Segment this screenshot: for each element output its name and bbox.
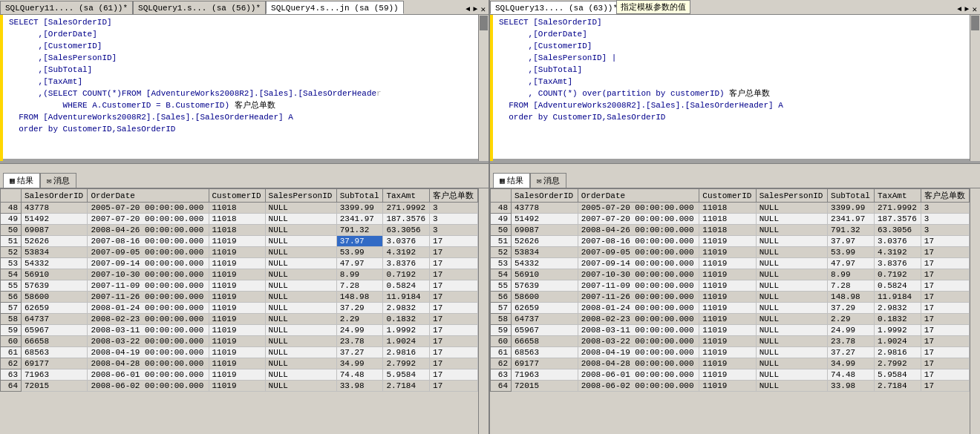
table-cell[interactable]: 2007-11-09 00:00:00.000 bbox=[88, 280, 209, 292]
table-cell[interactable]: NULL bbox=[265, 303, 336, 314]
table-cell[interactable]: 64 bbox=[491, 381, 512, 392]
table-cell[interactable]: 11019 bbox=[209, 303, 265, 314]
table-cell[interactable]: 2.9816 bbox=[383, 347, 430, 358]
table-cell[interactable]: 11019 bbox=[699, 347, 756, 358]
table-cell[interactable]: 53 bbox=[1, 258, 22, 269]
table-cell[interactable]: 1.9992 bbox=[874, 325, 921, 336]
table-cell[interactable]: 271.9992 bbox=[874, 203, 921, 214]
table-cell[interactable]: 53834 bbox=[22, 247, 88, 258]
table-cell[interactable]: 2008-06-01 00:00:00.000 bbox=[578, 369, 699, 381]
table-cell[interactable]: 11019 bbox=[209, 358, 265, 369]
table-cell[interactable]: 0.7192 bbox=[874, 269, 921, 280]
table-cell[interactable]: 57639 bbox=[22, 280, 88, 292]
table-cell[interactable]: 37.27 bbox=[828, 347, 875, 358]
table-cell[interactable]: 2008-06-02 00:00:00.000 bbox=[578, 381, 699, 392]
table-cell[interactable]: 11019 bbox=[209, 336, 265, 347]
table-cell[interactable]: 51 bbox=[1, 236, 22, 247]
table-cell[interactable]: 11018 bbox=[209, 203, 265, 214]
table-cell[interactable]: NULL bbox=[756, 336, 827, 347]
table-cell[interactable]: 2.9832 bbox=[874, 303, 921, 314]
table-cell[interactable]: 47.97 bbox=[828, 258, 875, 269]
table-cell[interactable]: NULL bbox=[265, 336, 336, 347]
table-cell[interactable]: 11019 bbox=[699, 325, 756, 336]
left-grid-scroll[interactable]: SalesOrderID OrderDate CustomerID SalesP… bbox=[0, 188, 478, 434]
table-cell[interactable]: NULL bbox=[265, 381, 336, 392]
table-cell[interactable]: 3399.99 bbox=[336, 203, 383, 214]
left-editor-vscroll[interactable] bbox=[478, 15, 489, 161]
table-cell[interactable]: 3.0376 bbox=[383, 236, 430, 247]
table-cell[interactable]: 4.3192 bbox=[383, 247, 430, 258]
table-cell[interactable]: 64737 bbox=[22, 314, 88, 325]
table-cell[interactable]: 2008-06-01 00:00:00.000 bbox=[88, 369, 209, 381]
table-cell[interactable]: 11019 bbox=[699, 269, 756, 280]
table-cell[interactable]: 17 bbox=[921, 336, 969, 347]
table-cell[interactable]: 52 bbox=[1, 247, 22, 258]
table-cell[interactable]: 2008-01-24 00:00:00.000 bbox=[88, 303, 209, 314]
table-cell[interactable]: 69087 bbox=[512, 225, 578, 236]
table-cell[interactable]: 17 bbox=[921, 325, 969, 336]
table-cell[interactable]: 2007-10-30 00:00:00.000 bbox=[578, 269, 699, 280]
table-cell[interactable]: 54 bbox=[1, 269, 22, 280]
table-cell[interactable]: 56910 bbox=[22, 269, 88, 280]
table-cell[interactable]: 2007-11-26 00:00:00.000 bbox=[88, 292, 209, 303]
table-cell[interactable]: 65967 bbox=[22, 325, 88, 336]
table-cell[interactable]: 50 bbox=[1, 225, 22, 236]
table-cell[interactable]: 62659 bbox=[512, 303, 578, 314]
table-cell[interactable]: 56 bbox=[1, 292, 22, 303]
table-cell[interactable]: 17 bbox=[921, 381, 969, 392]
table-cell[interactable]: 52626 bbox=[22, 236, 88, 247]
table-cell[interactable]: 61 bbox=[491, 347, 512, 358]
table-cell[interactable]: NULL bbox=[265, 225, 336, 236]
table-cell[interactable]: 11019 bbox=[699, 358, 756, 369]
right-tab-scroll-right-icon[interactable]: ► bbox=[963, 5, 970, 13]
table-cell[interactable]: NULL bbox=[265, 214, 336, 225]
table-cell[interactable]: 2008-04-28 00:00:00.000 bbox=[88, 358, 209, 369]
table-cell[interactable]: 148.98 bbox=[828, 292, 875, 303]
table-cell[interactable]: 2007-07-20 00:00:00.000 bbox=[578, 214, 699, 225]
table-cell[interactable]: 2.7992 bbox=[383, 358, 430, 369]
table-cell[interactable]: 64 bbox=[1, 381, 22, 392]
table-cell[interactable]: 3 bbox=[430, 203, 478, 214]
table-cell[interactable]: 58 bbox=[491, 314, 512, 325]
table-cell[interactable]: 24.99 bbox=[336, 325, 383, 336]
table-cell[interactable]: 59 bbox=[1, 325, 22, 336]
table-cell[interactable]: 3 bbox=[430, 225, 478, 236]
table-cell[interactable]: NULL bbox=[756, 303, 827, 314]
tab-scroll-right-icon[interactable]: ► bbox=[471, 5, 479, 13]
table-cell[interactable]: 11019 bbox=[699, 236, 756, 247]
table-cell[interactable]: NULL bbox=[756, 269, 827, 280]
table-cell[interactable]: 63 bbox=[1, 369, 22, 381]
table-cell[interactable]: 2007-09-05 00:00:00.000 bbox=[578, 247, 699, 258]
table-cell[interactable]: 17 bbox=[921, 369, 969, 381]
tab-scroll-left-icon[interactable]: ◄ bbox=[464, 5, 471, 13]
table-cell[interactable]: 7.28 bbox=[336, 280, 383, 292]
table-cell[interactable]: 2.7184 bbox=[383, 381, 430, 392]
table-cell[interactable]: 17 bbox=[921, 292, 969, 303]
table-cell[interactable]: NULL bbox=[265, 280, 336, 292]
table-cell[interactable]: 60 bbox=[1, 336, 22, 347]
table-cell[interactable]: 17 bbox=[921, 347, 969, 358]
table-cell[interactable]: 37.97 bbox=[828, 236, 875, 247]
left-tab-messages[interactable]: ✉ 消息 bbox=[40, 173, 77, 188]
table-cell[interactable]: 17 bbox=[921, 358, 969, 369]
table-cell[interactable]: 34.99 bbox=[336, 358, 383, 369]
table-cell[interactable]: 17 bbox=[430, 292, 478, 303]
table-cell[interactable]: NULL bbox=[265, 203, 336, 214]
table-cell[interactable]: 69177 bbox=[22, 358, 88, 369]
table-cell[interactable]: NULL bbox=[756, 214, 827, 225]
table-cell[interactable]: 37.29 bbox=[828, 303, 875, 314]
table-cell[interactable]: 51 bbox=[491, 236, 512, 247]
table-cell[interactable]: 17 bbox=[921, 247, 969, 258]
table-cell[interactable]: 5.9584 bbox=[874, 369, 921, 381]
table-cell[interactable]: 34.99 bbox=[828, 358, 875, 369]
table-cell[interactable]: 11018 bbox=[209, 214, 265, 225]
table-cell[interactable]: 37.27 bbox=[336, 347, 383, 358]
table-cell[interactable]: 23.78 bbox=[336, 336, 383, 347]
right-grid-vscroll[interactable] bbox=[970, 188, 980, 434]
table-cell[interactable]: 11019 bbox=[209, 292, 265, 303]
table-cell[interactable]: 2008-04-26 00:00:00.000 bbox=[578, 225, 699, 236]
table-cell[interactable]: 11019 bbox=[209, 280, 265, 292]
table-cell[interactable]: 2007-09-14 00:00:00.000 bbox=[88, 258, 209, 269]
table-cell[interactable]: NULL bbox=[265, 236, 336, 247]
table-cell[interactable]: 3 bbox=[921, 203, 969, 214]
